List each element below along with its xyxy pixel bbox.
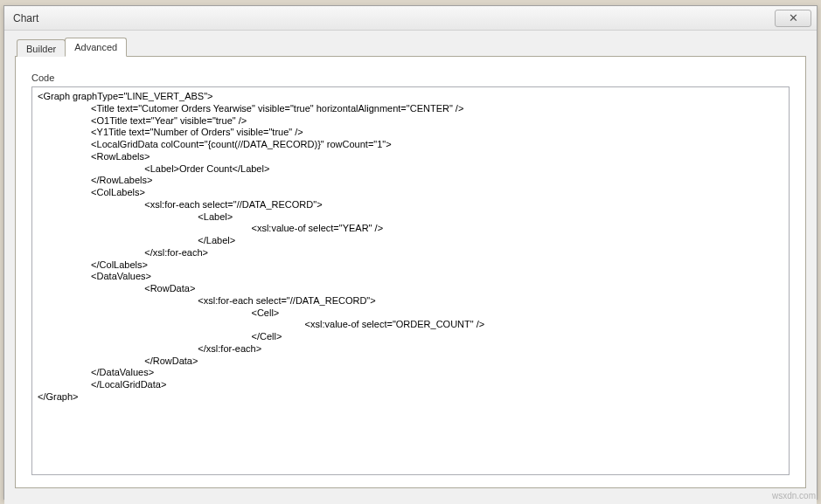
close-button[interactable]: ✕ <box>775 10 811 27</box>
tab-advanced[interactable]: Advanced <box>65 38 127 57</box>
code-textarea[interactable]: <Graph graphType="LINE_VERT_ABS"> <Title… <box>31 86 790 475</box>
tab-advanced-label: Advanced <box>74 42 117 52</box>
advanced-panel: Code <Graph graphType="LINE_VERT_ABS"> <… <box>15 56 806 488</box>
tabs: Builder Advanced <box>17 38 806 57</box>
dialog-body: Builder Advanced Code <Graph graphType="… <box>4 31 817 499</box>
chart-dialog: Chart ✕ Builder Advanced Code <Graph gra… <box>3 5 818 500</box>
button-bar: OK Cancel <box>4 499 817 504</box>
tab-builder-label: Builder <box>26 44 56 54</box>
code-label: Code <box>31 72 790 83</box>
dialog-title: Chart <box>13 12 38 24</box>
tab-builder[interactable]: Builder <box>17 39 66 57</box>
close-icon: ✕ <box>789 11 798 24</box>
titlebar: Chart ✕ <box>4 6 817 31</box>
code-content: <Graph graphType="LINE_VERT_ABS"> <Title… <box>38 91 484 402</box>
